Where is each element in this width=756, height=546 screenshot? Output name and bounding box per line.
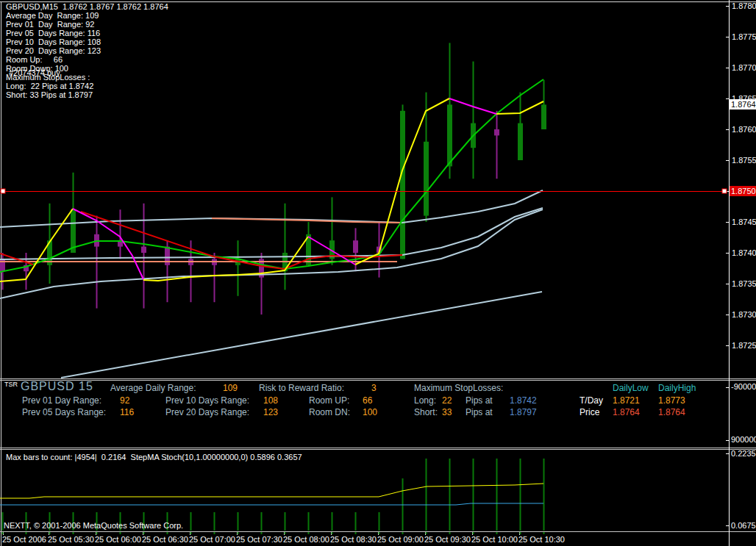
overlay-line: Maximum StopLosses : bbox=[6, 73, 90, 82]
overlay-line: GBPUSD,M15 1.8762 1.8767 1.8762 1.8764 bbox=[6, 3, 168, 11]
overlay-line: Long: 22 Pips at 1.8742 bbox=[6, 82, 93, 90]
tsr-axis-min: 9000000 bbox=[731, 436, 756, 444]
copyright-text: NEXTT, © 2001-2006 MetaQuotes Software C… bbox=[4, 521, 183, 530]
tsr-field: 1.8742 bbox=[510, 396, 537, 406]
salmon-level-high bbox=[212, 218, 401, 223]
overlay-line: Room Up: 66 bbox=[6, 56, 63, 64]
current-price-label: 1.8764 bbox=[730, 99, 756, 109]
tsr-field: 1.8797 bbox=[510, 408, 537, 417]
tsr-field: 100 bbox=[363, 408, 377, 417]
tsr-field: Long: bbox=[414, 396, 436, 406]
candle-body-10:45[interactable] bbox=[541, 104, 546, 129]
regr-upper-lightblue bbox=[0, 190, 543, 227]
tsr-field: 33 bbox=[442, 408, 452, 417]
tsr-field: Price bbox=[580, 408, 599, 417]
candle-body-10:30[interactable] bbox=[518, 123, 523, 160]
sub-axis-max: 0.2235 bbox=[731, 450, 756, 458]
tsr-field: 1.8773 bbox=[658, 396, 685, 406]
tsr-field: Average Daily Range: bbox=[110, 384, 196, 393]
tsr-field: Room UP: bbox=[309, 396, 349, 406]
tsr-field: Prev 05 Days Range: bbox=[22, 408, 106, 417]
tsr-field: 116 bbox=[120, 408, 134, 417]
tsr-field: TSR bbox=[4, 380, 18, 389]
tsr-field: Prev 01 Day Range: bbox=[22, 396, 101, 406]
tsr-axis-max: -9000000 bbox=[731, 383, 756, 391]
tsr-field: Room DN: bbox=[309, 408, 350, 417]
tsr-field: DailyHigh bbox=[658, 384, 696, 393]
time-label: 25 Oct 07:30 bbox=[236, 536, 282, 544]
hline-handle[interactable] bbox=[722, 189, 727, 193]
candle-body-06:30[interactable] bbox=[141, 247, 146, 253]
price-tick-label: 1.8755 bbox=[732, 157, 756, 165]
time-label: 25 Oct 2006 bbox=[2, 536, 46, 544]
time-label: 25 Oct 08:30 bbox=[330, 536, 377, 544]
time-label: 25 Oct 08:00 bbox=[283, 536, 329, 544]
tsr-field: GBPUSD 15 bbox=[21, 381, 93, 391]
price-tick-label: 1.8745 bbox=[732, 218, 756, 226]
price-tick-label: 1.8725 bbox=[732, 342, 756, 350]
time-label: 25 Oct 09:00 bbox=[377, 536, 424, 544]
overlay-line: Prev 10 Days Range: 108 bbox=[6, 38, 101, 46]
overlay-line: Prev 05 Days Range: 116 bbox=[6, 29, 100, 37]
tsr-field: 3 bbox=[371, 384, 377, 393]
chart-canvas[interactable] bbox=[0, 0, 756, 546]
candle-body-06:45[interactable] bbox=[165, 247, 170, 265]
tsr-field: Short: bbox=[414, 408, 438, 417]
tsr-field: Prev 10 Days Range: bbox=[165, 396, 249, 406]
price-tick-label: 1.8740 bbox=[732, 249, 756, 257]
overlay-line: Short: 33 Pips at 1.8797 bbox=[6, 91, 93, 99]
price-tick-label: 1.8735 bbox=[732, 280, 756, 288]
price-tick-label: 1.8780 bbox=[732, 2, 756, 10]
overlay-line: Average Day Range: 109 bbox=[6, 12, 99, 20]
time-label: 25 Oct 05:30 bbox=[48, 536, 94, 544]
price-tick-label: 1.8775 bbox=[732, 33, 756, 41]
time-label: 25 Oct 10:30 bbox=[518, 536, 565, 544]
mt4-chart-window: GBPUSD,M15 1.8762 1.8767 1.8762 1.8764Av… bbox=[0, 0, 756, 546]
time-label: 25 Oct 06:00 bbox=[95, 536, 141, 544]
time-label: 25 Oct 10:00 bbox=[471, 536, 518, 544]
regr-lower-lightblue bbox=[61, 292, 542, 378]
tsr-field: 1.8721 bbox=[613, 396, 640, 406]
stepma-yellow-a bbox=[0, 209, 73, 281]
candle-body-09:30[interactable] bbox=[424, 142, 429, 216]
overlay-line: Prev 01 Day Range: 92 bbox=[6, 21, 94, 29]
tsr-field: Pips at bbox=[466, 408, 493, 417]
tsr-field: Maximum StopLosses: bbox=[414, 384, 503, 393]
hline-price-label: 1.8750 bbox=[730, 186, 756, 196]
tsr-field: 1.8764 bbox=[613, 408, 640, 417]
time-label: 25 Oct 07:00 bbox=[189, 536, 235, 544]
candle-body-09:15[interactable] bbox=[400, 111, 405, 259]
stoch-blue bbox=[0, 503, 543, 505]
candle-body-09:45[interactable] bbox=[447, 104, 452, 166]
tsr-field: 22 bbox=[442, 396, 452, 406]
tsr-field: 1.8764 bbox=[658, 408, 685, 417]
price-tick-label: 1.8770 bbox=[732, 64, 756, 72]
time-label: 25 Oct 06:30 bbox=[142, 536, 188, 544]
candle-body-08:45[interactable] bbox=[353, 240, 358, 253]
tsr-field: Prev 20 Days Range: bbox=[165, 408, 249, 417]
tsr-field: Pips at bbox=[466, 396, 493, 406]
overlay-line: Prev 20 Days Range: 123 bbox=[6, 47, 101, 55]
ma-green-fast bbox=[0, 79, 543, 272]
tsr-field: 109 bbox=[223, 384, 238, 393]
tsr-field: 123 bbox=[263, 408, 278, 417]
candle-body-05:00[interactable] bbox=[0, 259, 5, 271]
tsr-field: Risk to Reward Ratio: bbox=[259, 384, 344, 393]
indicator-title: Max bars to count: |4954| 0.2164 StepMA … bbox=[6, 453, 302, 461]
stoch-yellow bbox=[0, 484, 543, 498]
tsr-field: T/Day bbox=[580, 396, 603, 406]
tsr-field: DailyLow bbox=[613, 384, 649, 393]
price-tick-label: 1.8760 bbox=[732, 126, 756, 134]
candle-body-10:15[interactable] bbox=[494, 129, 499, 135]
tsr-field: 92 bbox=[120, 396, 129, 406]
tsr-field: 108 bbox=[263, 396, 278, 406]
tsr-field: 66 bbox=[363, 396, 372, 406]
hline-handle[interactable] bbox=[1, 189, 5, 193]
sub-axis-min: 0.0675 bbox=[731, 522, 756, 530]
price-tick-label: 1.8730 bbox=[732, 311, 756, 319]
time-label: 25 Oct 09:30 bbox=[424, 536, 471, 544]
